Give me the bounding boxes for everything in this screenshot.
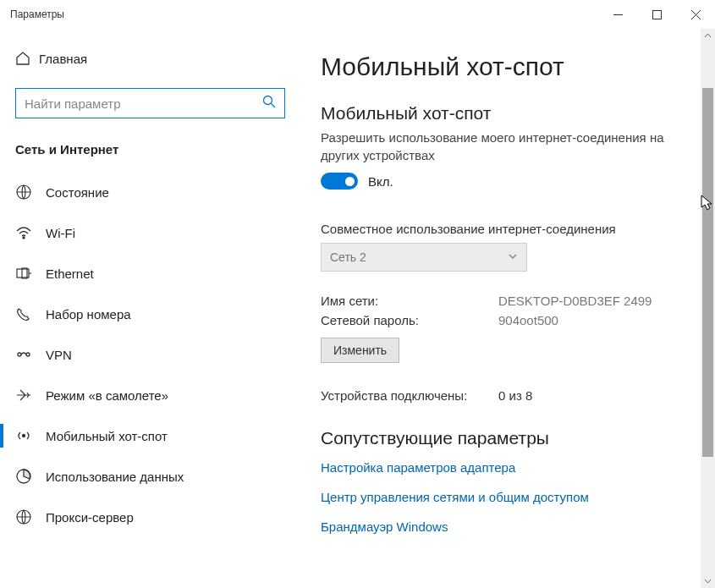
svg-rect-9 [22, 268, 27, 278]
nav-label: Состояние [46, 185, 109, 200]
hotspot-icon [15, 427, 46, 444]
nav-label: Прокси-сервер [46, 510, 134, 525]
svg-rect-1 [652, 10, 661, 19]
network-name-label: Имя сети: [321, 294, 498, 308]
svg-line-5 [272, 104, 276, 108]
search-input[interactable] [16, 89, 284, 118]
hotspot-section-title: Мобильный хот-спот [321, 103, 698, 124]
devices-connected-label: Устройства подключены: [321, 388, 498, 403]
sidebar: Главная Сеть и Интернет Состояние Wi-Fi [0, 29, 300, 588]
nav-proxy[interactable]: Прокси-сервер [0, 497, 300, 537]
hotspot-toggle[interactable] [321, 173, 358, 190]
main-content: Мобильный хот-спот Мобильный хот-спот Ра… [300, 29, 715, 588]
search-icon [262, 95, 276, 112]
vpn-icon [15, 346, 46, 363]
svg-point-11 [18, 353, 21, 356]
share-connection-dropdown[interactable]: Сеть 2 [321, 243, 527, 272]
svg-point-4 [264, 96, 272, 105]
svg-point-7 [23, 237, 25, 239]
home-icon [15, 51, 39, 66]
link-network-center[interactable]: Центр управления сетями и общим доступом [321, 490, 698, 504]
network-password-value: 904oot500 [498, 313, 558, 327]
nav-label: Набор номера [46, 307, 131, 321]
wifi-icon [15, 224, 46, 241]
nav-status[interactable]: Состояние [0, 172, 300, 212]
nav-airplane[interactable]: Режим «в самолете» [0, 375, 300, 415]
scrollbar-thumb[interactable] [702, 88, 713, 457]
nav-label: Мобильный хот-спот [46, 429, 168, 443]
vertical-scrollbar[interactable] [701, 29, 715, 588]
network-name-value: DESKTOP-D0BD3EF 2499 [498, 294, 652, 308]
network-password-label: Сетевой пароль: [321, 313, 498, 327]
home-nav[interactable]: Главная [0, 44, 300, 73]
scroll-up-arrow[interactable] [701, 29, 715, 43]
close-button[interactable] [676, 0, 715, 29]
edit-button[interactable]: Изменить [321, 338, 399, 363]
search-box[interactable] [15, 88, 285, 118]
nav-ethernet[interactable]: Ethernet [0, 253, 300, 294]
link-adapter-settings[interactable]: Настройка параметров адаптера [321, 460, 698, 475]
svg-point-13 [23, 435, 25, 437]
window-title: Параметры [10, 8, 64, 20]
link-firewall[interactable]: Брандмауэр Windows [321, 519, 698, 534]
chevron-down-icon [508, 250, 518, 264]
nav-datausage[interactable]: Использование данных [0, 456, 300, 497]
dialup-icon [15, 305, 46, 322]
nav-wifi[interactable]: Wi-Fi [0, 212, 300, 253]
window-controls [598, 0, 715, 29]
scroll-down-arrow[interactable] [701, 574, 715, 588]
status-icon [15, 184, 46, 201]
nav-hotspot[interactable]: Мобильный хот-спот [0, 415, 300, 456]
nav-label: Wi-Fi [46, 226, 75, 240]
dropdown-value: Сеть 2 [330, 250, 366, 264]
title-bar: Параметры [0, 0, 715, 29]
maximize-button[interactable] [637, 0, 676, 29]
category-header: Сеть и Интернет [0, 142, 300, 157]
page-title: Мобильный хот-спот [321, 52, 698, 81]
nav-vpn[interactable]: VPN [0, 334, 300, 375]
nav-dialup[interactable]: Набор номера [0, 294, 300, 334]
toggle-state-label: Вкл. [368, 174, 393, 189]
nav-label: VPN [46, 348, 72, 362]
proxy-icon [15, 508, 46, 525]
datausage-icon [15, 468, 46, 485]
home-label: Главная [39, 52, 87, 66]
devices-connected-value: 0 из 8 [498, 388, 532, 403]
nav-label: Режим «в самолете» [46, 388, 168, 403]
nav-label: Использование данных [46, 470, 184, 484]
nav-label: Ethernet [46, 267, 94, 281]
hotspot-section-desc: Разрешить использование моего интернет-с… [321, 129, 698, 164]
ethernet-icon [15, 265, 46, 282]
related-params-title: Сопутствующие параметры [321, 428, 698, 448]
svg-point-12 [26, 353, 30, 356]
airplane-icon [15, 387, 46, 404]
share-label: Совместное использование интернет-соедин… [321, 222, 698, 236]
minimize-button[interactable] [598, 0, 637, 29]
